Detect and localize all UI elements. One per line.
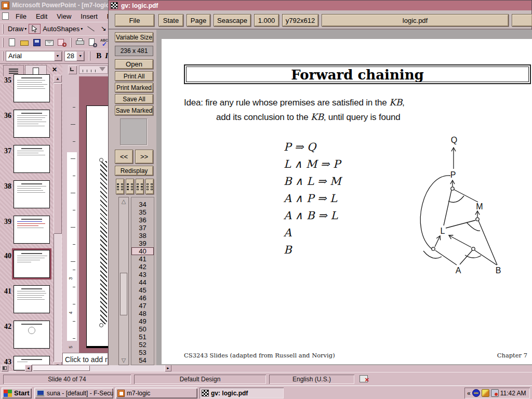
font-name-combo[interactable]: Arial ▼: [6, 51, 62, 61]
indent-marker[interactable]: [99, 67, 105, 71]
thumbnail-scrollbar[interactable]: ▲ ▼: [54, 75, 62, 370]
hscroll-right-button[interactable]: ►: [165, 365, 171, 371]
gv-titlebar[interactable]: gv: logic.pdf: [109, 1, 531, 10]
redisplay-button[interactable]: Redisplay: [115, 166, 153, 176]
document-icon[interactable]: [2, 12, 9, 20]
menu-edit[interactable]: Edit: [31, 11, 52, 22]
gv-state-button[interactable]: State: [158, 14, 183, 26]
page-item[interactable]: 44: [131, 278, 154, 286]
variable-size-button[interactable]: Variable Size: [115, 32, 153, 42]
slide-thumbnail[interactable]: [14, 74, 50, 102]
toolbar-grip[interactable]: [89, 51, 90, 61]
page-item[interactable]: 39: [131, 240, 154, 247]
status-design-template[interactable]: Default Design: [134, 375, 266, 384]
taskbar-item-gv[interactable]: gv: logic.pdf: [200, 388, 284, 398]
slide-thumbnail[interactable]: [14, 321, 50, 349]
new-document-button[interactable]: [7, 38, 17, 47]
slide-thumbnail[interactable]: [14, 110, 50, 138]
gv-page-button[interactable]: Page: [187, 14, 210, 26]
tray-collapse-button[interactable]: «: [467, 390, 471, 397]
close-panel-button[interactable]: ✕: [50, 66, 59, 74]
select-pointer-button[interactable]: [29, 24, 41, 34]
scroll-down-icon[interactable]: ▽: [119, 356, 128, 365]
bold-button[interactable]: B: [92, 51, 105, 60]
toolbar-grip[interactable]: [2, 51, 4, 61]
open-button[interactable]: [19, 38, 30, 47]
page-item[interactable]: 34: [131, 201, 154, 208]
normal-view-button[interactable]: [1, 365, 8, 371]
menu-format[interactable]: Format: [102, 11, 108, 22]
ruler-origin-button[interactable]: [68, 65, 77, 74]
unmark-all-button[interactable]: [145, 179, 154, 194]
page-item[interactable]: 43: [131, 271, 154, 278]
gv-file-button[interactable]: File: [115, 14, 154, 26]
start-button[interactable]: Start: [2, 388, 32, 398]
save-all-button[interactable]: Save All: [115, 94, 153, 104]
page-item[interactable]: 35: [131, 208, 154, 216]
gv-scale-button[interactable]: 1.000: [254, 14, 279, 26]
menu-file[interactable]: File: [11, 11, 31, 22]
page-item[interactable]: 46: [131, 294, 154, 302]
scrollbar-thumb[interactable]: [54, 83, 62, 234]
font-size-combo[interactable]: 28 ▼: [64, 51, 85, 61]
slide-thumbnail[interactable]: [14, 145, 50, 173]
scrollbar-thumb[interactable]: [120, 273, 127, 315]
arrow-tool-button[interactable]: ↘: [98, 24, 108, 34]
menu-insert[interactable]: Insert: [76, 11, 102, 22]
page-item[interactable]: 51: [131, 333, 154, 341]
selected-placeholder-border[interactable]: [100, 161, 107, 324]
page-item[interactable]: 49: [131, 317, 154, 325]
mark-current-button[interactable]: [116, 179, 124, 194]
page-list-scrollbar[interactable]: △ ▽: [118, 197, 129, 365]
tray-settings-icon[interactable]: [491, 389, 499, 397]
page-item[interactable]: 50: [131, 325, 154, 333]
toolbar-grip[interactable]: [2, 24, 4, 34]
save-button[interactable]: [32, 38, 42, 47]
page-item[interactable]: 45: [131, 286, 154, 294]
print-button[interactable]: [75, 38, 85, 47]
resize-handle[interactable]: [99, 158, 103, 162]
toolbar-grip[interactable]: [70, 38, 72, 47]
page-item[interactable]: 42: [131, 263, 154, 271]
status-language[interactable]: English (U.S.): [269, 375, 354, 384]
gv-extra-button[interactable]: [512, 14, 532, 26]
print-all-button[interactable]: Print All: [115, 71, 153, 81]
prev-page-button[interactable]: <<: [115, 150, 133, 164]
slide-thumbnail[interactable]: [14, 216, 50, 244]
print-preview-button[interactable]: [87, 38, 98, 47]
slide-thumbnail[interactable]: [14, 285, 50, 313]
next-page-button[interactable]: >>: [135, 150, 153, 164]
slide-thumbnail-selected[interactable]: [14, 250, 50, 278]
page-item[interactable]: 47: [131, 302, 154, 310]
page-item-selected[interactable]: 40: [131, 247, 154, 255]
page-item[interactable]: 48: [131, 310, 154, 317]
toolbar-grip[interactable]: [2, 38, 4, 47]
print-marked-button[interactable]: Print Marked: [115, 83, 153, 92]
page-item[interactable]: 36: [131, 216, 154, 224]
page-item[interactable]: 37: [131, 224, 154, 232]
scrollbar-thumb[interactable]: [33, 365, 90, 371]
horizontal-scrollbar[interactable]: [32, 365, 165, 371]
page-item[interactable]: 52: [131, 341, 154, 349]
open-button[interactable]: Open: [115, 59, 153, 69]
autoshapes-button[interactable]: AutoShapes ▾: [41, 24, 85, 34]
gv-page-view[interactable]: Forward chaining Idea: fire any rule who…: [156, 30, 532, 365]
taskbar-item-fsecure[interactable]: suna - [default] - F-Secure...: [34, 388, 113, 398]
slide-thumbnail[interactable]: [14, 180, 50, 208]
mail-button[interactable]: [44, 38, 55, 47]
taskbar-item-powerpoint[interactable]: m7-logic: [115, 388, 197, 398]
page-item[interactable]: 38: [131, 232, 154, 240]
page-item[interactable]: 53: [131, 349, 154, 356]
tray-fsecure-icon[interactable]: [472, 389, 480, 397]
line-tool-button[interactable]: [86, 24, 96, 34]
spelling-button[interactable]: ABC ✓: [100, 38, 108, 47]
gv-filename-field[interactable]: logic.pdf: [322, 14, 509, 26]
save-marked-button[interactable]: Save Marked: [115, 105, 153, 115]
gv-mediasize-button[interactable]: y792x612: [282, 14, 318, 26]
gv-orientation-button[interactable]: Seascape: [214, 14, 251, 26]
find-button[interactable]: [57, 38, 67, 47]
clock[interactable]: 11:42 AM: [500, 390, 526, 397]
page-item[interactable]: 54: [131, 356, 154, 364]
mark-all-button[interactable]: [126, 179, 134, 194]
tray-update-icon[interactable]: [482, 389, 489, 397]
